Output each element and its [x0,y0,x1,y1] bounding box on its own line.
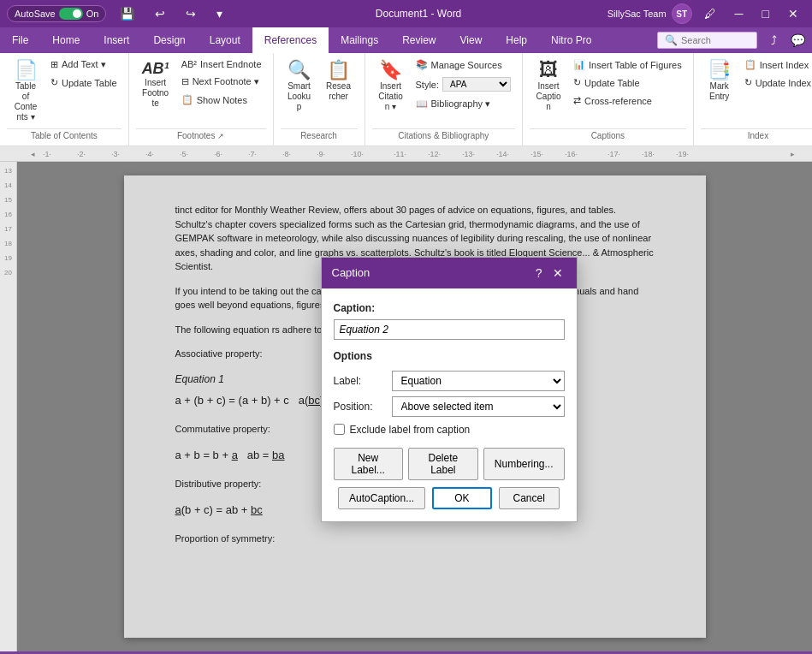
maximize-button[interactable]: □ [756,3,776,24]
dialog-title-buttons: ? ✕ [532,266,566,280]
position-select[interactable]: Above selected item Below selected item [392,396,565,417]
menu-file[interactable]: File [0,27,40,53]
update-table-button[interactable]: ↻ Update Table [46,74,122,91]
cancel-button[interactable]: Cancel [499,487,560,509]
caption-label: Caption: [334,300,565,316]
smart-lookup-button[interactable]: 🔍 SmartLookup [281,56,318,116]
autosave-badge[interactable]: AutoSave On [7,5,106,22]
footnotes-buttons: AB¹ InsertFootnote AB² Insert Endnote ⊟ … [136,56,266,127]
menu-mailings[interactable]: Mailings [329,27,390,53]
researcher-icon: 📋 [327,61,350,80]
add-text-button[interactable]: ⊞ Add Text ▾ [46,56,122,73]
insert-caption-button[interactable]: 🖼 InsertCaption [530,56,567,116]
close-button[interactable]: ✕ [781,3,805,24]
mark-entry-button[interactable]: 📑 MarkEntry [701,56,738,106]
citations-stack: 📚 Manage Sources Style: APA MLA Chicago … [412,56,516,112]
exclude-label-checkbox[interactable] [334,424,345,435]
save-button[interactable]: 💾 [113,3,141,24]
update-index-button[interactable]: ↻ Update Index [740,74,812,91]
menu-view[interactable]: View [448,27,495,53]
label-field-row: Label: Equation Figure Table [334,371,565,391]
document-area: 13 14 15 16 17 18 19 20 tinct editor for… [0,162,812,651]
menu-bar: File Home Insert Design Layout Reference… [0,27,812,53]
ribbon-group-research: 🔍 SmartLookup 📋 Researcher Research [274,53,365,146]
insert-citation-button[interactable]: 🔖 InsertCitation ▾ [372,56,410,116]
minimize-button[interactable]: ─ [728,3,750,24]
autosave-toggle[interactable] [59,8,83,20]
user-avatar[interactable]: ST [672,3,692,24]
manage-sources-button[interactable]: 📚 Manage Sources [412,56,516,73]
update-figures-icon: ↻ [573,77,581,88]
user-name: SillySac Team [608,9,667,19]
customize-quick-access-button[interactable]: ▾ [210,3,229,24]
menu-home[interactable]: Home [40,27,92,53]
toc-group-label: Table of Contents [7,128,122,142]
undo-button[interactable]: ↩ [148,3,172,24]
label-select[interactable]: Equation Figure Table [392,371,565,391]
caption-input[interactable] [334,319,565,340]
user-initials: ST [676,9,687,19]
position-field-row: Position: Above selected item Below sele… [334,396,565,417]
menu-design[interactable]: Design [141,27,197,53]
search-box[interactable]: 🔍 [657,32,757,49]
dialog-action-buttons: New Label... Delete Label Numbering... [334,448,565,480]
menu-review[interactable]: Review [390,27,447,53]
ribbon-display-options-button[interactable]: 🖊 [697,3,723,24]
autosave-label: AutoSave [15,9,56,19]
style-selector[interactable]: Style: APA MLA Chicago [412,74,516,94]
footnotes-stack: AB² Insert Endnote ⊟ Next Footnote ▾ 📋 S… [177,56,266,108]
horizontal-ruler: ◂ ·1· ·2· ·3· ·4· ·5· ·6· ·7· ·8· ·9· ·1… [0,146,812,162]
share-button[interactable]: ⤴ [764,27,784,53]
toc-icon: 📄 [15,61,38,80]
index-stack: 📋 Insert Index ↻ Update Index [740,56,812,91]
menu-insert[interactable]: Insert [92,27,141,53]
ok-button[interactable]: OK [432,487,491,509]
delete-label-button[interactable]: Delete Label [408,448,478,480]
insert-index-button[interactable]: 📋 Insert Index [740,56,812,73]
update-table-figures-button[interactable]: ↻ Update Table [569,74,686,91]
document-page[interactable]: tinct editor for Monthly Weather Review,… [124,175,706,638]
caption-input-row: Caption: [334,300,565,340]
style-select[interactable]: APA MLA Chicago [442,77,511,92]
redo-button[interactable]: ↪ [179,3,203,24]
citations-buttons: 🔖 InsertCitation ▾ 📚 Manage Sources Styl… [372,56,516,127]
new-label-button[interactable]: New Label... [334,448,403,480]
dialog-close-button[interactable]: ✕ [549,266,566,280]
researcher-button[interactable]: 📋 Researcher [320,56,358,106]
insert-footnote-button[interactable]: AB¹ InsertFootnote [136,56,175,113]
title-bar-left: AutoSave On 💾 ↩ ↪ ▾ [7,3,229,24]
index-group-label: Index [701,128,812,142]
exclude-label-text[interactable]: Exclude label from caption [350,422,471,437]
ribbon-group-index: 📑 MarkEntry 📋 Insert Index ↻ Update Inde… [694,53,812,146]
bibliography-button[interactable]: 📖 Bibliography ▾ [412,96,516,112]
table-figures-icon: 📊 [573,59,585,70]
cross-reference-button[interactable]: ⇄ Cross-reference [569,92,686,109]
dialog-overlay: Caption ? ✕ Caption: Options L [124,175,706,638]
numbering-button[interactable]: Numbering... [483,448,565,480]
insert-table-of-figures-button[interactable]: 📊 Insert Table of Figures [569,56,686,73]
search-input[interactable] [681,35,750,45]
style-label: Style: [416,80,440,90]
bibliography-icon: 📖 [416,98,428,110]
dialog-title-text: Caption [332,265,370,282]
autocaption-button[interactable]: AutoCaption... [338,487,425,509]
document-title: Document1 - Word [376,8,461,20]
menu-references[interactable]: References [252,27,329,53]
title-bar-right: SillySac Team ST 🖊 ─ □ ✕ [608,3,805,24]
insert-endnote-button[interactable]: AB² Insert Endnote [177,56,266,72]
exclude-label-row: Exclude label from caption [334,422,565,437]
endnote-icon: AB² [181,59,197,69]
dialog-help-button[interactable]: ? [532,266,546,280]
captions-buttons: 🖼 InsertCaption 📊 Insert Table of Figure… [530,56,686,127]
ribbon-group-toc: 📄 Table ofContents ▾ ⊞ Add Text ▾ ↻ Upda… [0,53,129,146]
vertical-ruler: 13 14 15 16 17 18 19 20 [0,162,17,651]
comments-button[interactable]: 💬 [784,27,812,53]
menu-layout[interactable]: Layout [198,27,252,53]
menu-help[interactable]: Help [494,27,539,53]
next-footnote-button[interactable]: ⊟ Next Footnote ▾ [177,74,266,90]
next-footnote-icon: ⊟ [181,76,189,87]
menu-nitro-pro[interactable]: Nitro Pro [539,27,603,53]
show-notes-button[interactable]: 📋 Show Notes [177,92,266,108]
table-of-contents-button[interactable]: 📄 Table ofContents ▾ [7,56,44,127]
ribbon-group-footnotes: AB¹ InsertFootnote AB² Insert Endnote ⊟ … [129,53,274,146]
